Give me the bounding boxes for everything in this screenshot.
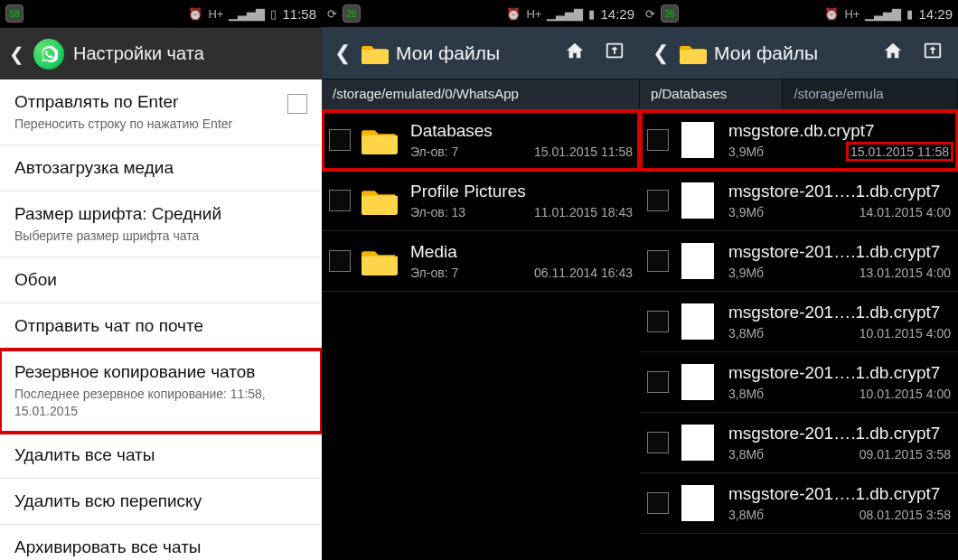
item-title: Автозагрузка медиа xyxy=(14,158,307,178)
back-icon[interactable]: ❮ xyxy=(9,43,24,65)
home-button[interactable] xyxy=(559,41,591,65)
folder-row[interactable]: DatabasesЭл-ов: 715.01.2015 11:58 xyxy=(322,110,640,171)
row-date: 10.01.2015 4:00 xyxy=(859,326,951,341)
battery-icon: ▯ xyxy=(270,7,277,21)
file-row[interactable]: msgstore-201….1.db.crypt73,8Мб10.01.2015… xyxy=(640,292,958,352)
alarm-icon: ⏰ xyxy=(188,7,202,21)
row-meta: 3,8Мб xyxy=(728,447,764,462)
app-header: ❮ Мои файлы xyxy=(640,27,958,79)
checkbox[interactable] xyxy=(647,432,669,453)
row-name: Databases xyxy=(410,121,633,141)
checkbox[interactable] xyxy=(647,371,669,393)
row-meta: 3,9Мб xyxy=(728,205,764,219)
signal-icon: ▁▃▅▇ xyxy=(865,7,901,21)
alarm-icon: ⏰ xyxy=(506,7,521,21)
row-date: 06.11.2014 16:43 xyxy=(534,266,633,280)
settings-item[interactable]: Архивировать все чаты xyxy=(0,525,322,560)
header-title: Мои файлы xyxy=(714,42,869,64)
app-header: ❮ Мои файлы xyxy=(322,27,640,79)
file-row[interactable]: msgstore-201….1.db.crypt73,9Мб14.01.2015… xyxy=(640,171,958,231)
battery-icon: ▮ xyxy=(588,7,595,21)
notification-badge: 26 xyxy=(343,5,361,23)
status-bar: ⟳ 26 ⏰ H+ ▁▃▅▇ ▮ 14:29 xyxy=(640,0,958,27)
folder-icon xyxy=(360,122,399,158)
network-type-icon: H+ xyxy=(208,7,223,21)
checkbox[interactable] xyxy=(647,492,669,514)
row-name: msgstore.db.crypt7 xyxy=(728,121,951,141)
path-segment[interactable]: p/Databases xyxy=(640,79,783,110)
row-date: 10.01.2015 4:00 xyxy=(859,387,951,401)
row-meta: 3,9Мб xyxy=(728,266,764,280)
header-title: Мои файлы xyxy=(396,42,551,64)
item-subtitle: Выберите размер шрифта чата xyxy=(14,228,307,244)
item-title: Архивировать все чаты xyxy=(14,537,307,557)
row-meta: Эл-ов: 7 xyxy=(410,145,458,159)
checkbox[interactable] xyxy=(329,250,351,272)
row-meta: 3,8Мб xyxy=(728,326,764,341)
file-row[interactable]: msgstore-201….1.db.crypt73,9Мб13.01.2015… xyxy=(640,231,958,292)
battery-icon: ▮ xyxy=(906,7,913,21)
item-title: Удалить всю переписку xyxy=(14,491,307,511)
file-list: msgstore.db.crypt73,9Мб15.01.2015 11:58m… xyxy=(640,110,958,534)
checkbox[interactable] xyxy=(329,129,351,151)
back-icon[interactable]: ❮ xyxy=(331,42,354,65)
folder-icon xyxy=(360,243,399,279)
path-segment[interactable]: /storage/emula xyxy=(783,79,958,110)
settings-item[interactable]: Размер шрифта: СреднийВыберите размер шр… xyxy=(0,191,322,257)
checkbox[interactable] xyxy=(647,311,669,332)
checkbox[interactable] xyxy=(647,129,669,151)
row-name: msgstore-201….1.db.crypt7 xyxy=(728,303,951,322)
row-name: Profile Pictures xyxy=(410,182,633,201)
row-name: msgstore-201….1.db.crypt7 xyxy=(728,363,951,383)
settings-item[interactable]: Обои xyxy=(0,257,322,303)
item-title: Отправлять по Enter xyxy=(14,92,307,112)
row-date: 08.01.2015 3:58 xyxy=(859,508,951,522)
row-name: msgstore-201….1.db.crypt7 xyxy=(728,484,951,504)
settings-item[interactable]: Удалить все чаты xyxy=(0,433,322,479)
row-date: 13.01.2015 4:00 xyxy=(859,266,951,280)
back-icon[interactable]: ❮ xyxy=(649,42,672,65)
item-title: Размер шрифта: Средний xyxy=(14,204,307,224)
row-name: msgstore-201….1.db.crypt7 xyxy=(728,424,951,443)
settings-item[interactable]: Отправлять по EnterПереносить строку по … xyxy=(0,79,322,145)
up-button[interactable] xyxy=(916,41,949,65)
item-subtitle: Последнее резервное копирование: 11:58, … xyxy=(14,386,307,418)
alarm-icon: ⏰ xyxy=(824,7,839,21)
row-meta: 3,8Мб xyxy=(728,508,764,522)
checkbox[interactable] xyxy=(287,94,307,114)
item-title: Резервное копирование чатов xyxy=(14,362,307,382)
file-icon xyxy=(678,182,718,219)
folder-row[interactable]: Profile PicturesЭл-ов: 1311.01.2015 18:4… xyxy=(322,171,640,231)
folder-row[interactable]: MediaЭл-ов: 706.11.2014 16:43 xyxy=(322,231,640,292)
sync-icon: ⟳ xyxy=(327,7,337,21)
path-segment[interactable]: /storage/emulated/0/WhatsApp xyxy=(322,79,640,110)
notification-badge: 58 xyxy=(5,5,23,23)
file-icon xyxy=(678,425,718,461)
checkbox[interactable] xyxy=(647,190,669,211)
file-icon xyxy=(678,364,718,400)
row-name: msgstore-201….1.db.crypt7 xyxy=(728,242,951,262)
item-title: Удалить все чаты xyxy=(14,445,307,465)
screen-file-manager-whatsapp: ⟳ 26 ⏰ H+ ▁▃▅▇ ▮ 14:29 ❮ Мои файлы xyxy=(322,0,640,560)
file-row[interactable]: msgstore-201….1.db.crypt73,8Мб10.01.2015… xyxy=(640,352,958,413)
whatsapp-logo-icon xyxy=(33,39,64,70)
screen-file-manager-databases: ⟳ 26 ⏰ H+ ▁▃▅▇ ▮ 14:29 ❮ Мои файлы xyxy=(640,0,958,560)
file-row[interactable]: msgstore.db.crypt73,9Мб15.01.2015 11:58 xyxy=(640,110,958,171)
row-date: 09.01.2015 3:58 xyxy=(859,447,951,462)
settings-item[interactable]: Резервное копирование чатовПоследнее рез… xyxy=(0,350,322,432)
settings-item[interactable]: Отправить чат по почте xyxy=(0,303,322,350)
up-button[interactable] xyxy=(598,41,631,65)
app-header: ❮ Настройки чата xyxy=(0,27,322,79)
settings-item[interactable]: Удалить всю переписку xyxy=(0,479,322,525)
file-row[interactable]: msgstore-201….1.db.crypt73,8Мб09.01.2015… xyxy=(640,413,958,473)
file-row[interactable]: msgstore-201….1.db.crypt73,8Мб08.01.2015… xyxy=(640,473,958,534)
home-button[interactable] xyxy=(877,41,909,65)
settings-item[interactable]: Автозагрузка медиа xyxy=(0,145,322,191)
signal-icon: ▁▃▅▇ xyxy=(229,7,265,21)
folder-icon xyxy=(360,182,399,219)
file-icon xyxy=(678,485,718,521)
status-bar: 58 ⏰ H+ ▁▃▅▇ ▯ 11:58 xyxy=(0,0,322,27)
checkbox[interactable] xyxy=(329,190,351,211)
checkbox[interactable] xyxy=(647,250,669,272)
folder-icon xyxy=(680,42,707,64)
